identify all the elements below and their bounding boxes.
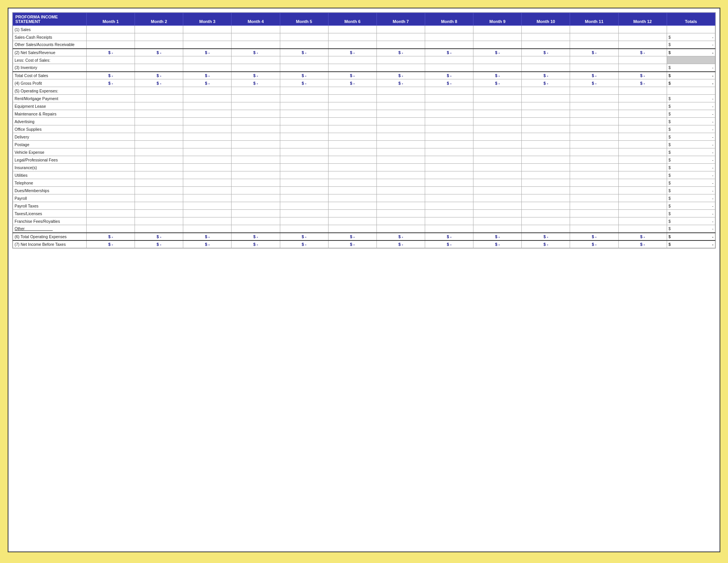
month-value-cell[interactable] xyxy=(135,102,183,110)
month-value-cell[interactable] xyxy=(425,210,473,217)
month-value-cell[interactable] xyxy=(280,64,328,72)
month-value-cell[interactable] xyxy=(570,102,618,110)
month-value-cell[interactable]: $ - xyxy=(570,72,618,79)
month-value-cell[interactable]: $ - xyxy=(183,79,232,87)
month-value-cell[interactable] xyxy=(522,217,570,225)
month-value-cell[interactable] xyxy=(280,95,328,102)
month-value-cell[interactable]: $ - xyxy=(86,233,135,240)
month-value-cell[interactable] xyxy=(86,187,135,194)
month-value-cell[interactable]: $ - xyxy=(86,79,135,87)
month-value-cell[interactable] xyxy=(425,187,473,194)
month-value-cell[interactable] xyxy=(135,141,183,148)
month-value-cell[interactable] xyxy=(473,217,522,225)
month-value-cell[interactable] xyxy=(618,194,667,202)
month-value-cell[interactable]: $ - xyxy=(280,240,328,248)
month-value-cell[interactable] xyxy=(618,225,667,233)
month-value-cell[interactable] xyxy=(280,194,328,202)
month-value-cell[interactable]: $ - xyxy=(618,233,667,240)
month-value-cell[interactable] xyxy=(522,156,570,164)
month-value-cell[interactable] xyxy=(425,87,473,95)
month-value-cell[interactable] xyxy=(328,26,376,33)
month-value-cell[interactable] xyxy=(86,217,135,225)
totals-cell[interactable]: $- xyxy=(667,102,715,110)
month-value-cell[interactable] xyxy=(232,95,280,102)
totals-cell[interactable]: $- xyxy=(667,79,715,87)
month-value-cell[interactable] xyxy=(86,225,135,233)
month-value-cell[interactable] xyxy=(570,33,618,41)
month-value-cell[interactable] xyxy=(618,141,667,148)
month-value-cell[interactable]: $ - xyxy=(618,49,667,56)
month-value-cell[interactable] xyxy=(473,194,522,202)
month-value-cell[interactable] xyxy=(425,202,473,210)
month-value-cell[interactable] xyxy=(86,33,135,41)
month-value-cell[interactable] xyxy=(570,110,618,118)
month-value-cell[interactable] xyxy=(618,156,667,164)
month-value-cell[interactable]: $ - xyxy=(570,233,618,240)
month-value-cell[interactable] xyxy=(280,125,328,133)
month-value-cell[interactable] xyxy=(522,187,570,194)
month-value-cell[interactable]: $ - xyxy=(473,72,522,79)
month-value-cell[interactable] xyxy=(473,225,522,233)
month-value-cell[interactable] xyxy=(376,110,425,118)
month-value-cell[interactable] xyxy=(425,118,473,125)
month-value-cell[interactable] xyxy=(376,95,425,102)
month-value-cell[interactable] xyxy=(425,171,473,179)
month-value-cell[interactable] xyxy=(135,187,183,194)
totals-cell[interactable]: $- xyxy=(667,164,715,171)
month-value-cell[interactable] xyxy=(135,64,183,72)
month-value-cell[interactable] xyxy=(473,56,522,64)
month-value-cell[interactable] xyxy=(376,148,425,156)
month-value-cell[interactable] xyxy=(570,194,618,202)
month-value-cell[interactable] xyxy=(280,41,328,49)
month-value-cell[interactable] xyxy=(280,26,328,33)
month-value-cell[interactable] xyxy=(183,102,232,110)
month-value-cell[interactable] xyxy=(232,225,280,233)
month-value-cell[interactable] xyxy=(232,118,280,125)
month-value-cell[interactable] xyxy=(618,56,667,64)
month-value-cell[interactable]: $ - xyxy=(232,72,280,79)
month-value-cell[interactable]: $ - xyxy=(86,72,135,79)
month-value-cell[interactable]: $ - xyxy=(425,233,473,240)
month-value-cell[interactable] xyxy=(86,141,135,148)
month-value-cell[interactable] xyxy=(522,33,570,41)
month-value-cell[interactable] xyxy=(328,87,376,95)
month-value-cell[interactable] xyxy=(570,225,618,233)
month-value-cell[interactable] xyxy=(376,56,425,64)
month-value-cell[interactable]: $ - xyxy=(473,233,522,240)
month-value-cell[interactable] xyxy=(522,148,570,156)
month-value-cell[interactable] xyxy=(135,110,183,118)
month-value-cell[interactable] xyxy=(328,64,376,72)
month-value-cell[interactable]: $ - xyxy=(522,79,570,87)
month-value-cell[interactable] xyxy=(328,217,376,225)
month-value-cell[interactable] xyxy=(522,194,570,202)
month-value-cell[interactable] xyxy=(522,26,570,33)
month-value-cell[interactable] xyxy=(183,125,232,133)
month-value-cell[interactable] xyxy=(618,26,667,33)
month-value-cell[interactable]: $ - xyxy=(425,72,473,79)
month-value-cell[interactable] xyxy=(522,210,570,217)
month-value-cell[interactable] xyxy=(183,95,232,102)
month-value-cell[interactable] xyxy=(570,125,618,133)
totals-cell[interactable]: $- xyxy=(667,33,715,41)
month-value-cell[interactable] xyxy=(328,118,376,125)
month-value-cell[interactable] xyxy=(473,148,522,156)
month-value-cell[interactable] xyxy=(570,164,618,171)
month-value-cell[interactable]: $ - xyxy=(425,240,473,248)
month-value-cell[interactable] xyxy=(135,41,183,49)
month-value-cell[interactable] xyxy=(328,110,376,118)
month-value-cell[interactable]: $ - xyxy=(86,240,135,248)
month-value-cell[interactable] xyxy=(328,133,376,141)
month-value-cell[interactable] xyxy=(618,133,667,141)
totals-cell[interactable]: $- xyxy=(667,156,715,164)
month-value-cell[interactable] xyxy=(376,41,425,49)
month-value-cell[interactable]: $ - xyxy=(618,72,667,79)
month-value-cell[interactable] xyxy=(376,102,425,110)
month-value-cell[interactable] xyxy=(135,210,183,217)
month-value-cell[interactable] xyxy=(425,194,473,202)
month-value-cell[interactable] xyxy=(328,194,376,202)
month-value-cell[interactable] xyxy=(570,210,618,217)
totals-cell[interactable]: $- xyxy=(667,217,715,225)
month-value-cell[interactable] xyxy=(473,118,522,125)
month-value-cell[interactable] xyxy=(183,64,232,72)
month-value-cell[interactable] xyxy=(280,110,328,118)
